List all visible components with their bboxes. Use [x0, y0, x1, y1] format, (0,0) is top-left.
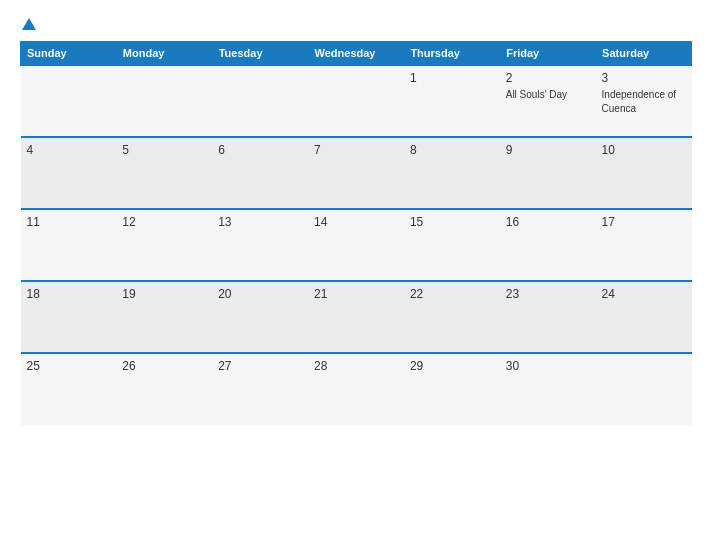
- day-number: 28: [314, 359, 398, 373]
- calendar-cell: 23: [500, 281, 596, 353]
- logo-triangle-icon: [22, 18, 36, 30]
- day-number: 22: [410, 287, 494, 301]
- calendar-cell: 14: [308, 209, 404, 281]
- calendar-cell: 24: [596, 281, 692, 353]
- day-number: 13: [218, 215, 302, 229]
- calendar-cell: [308, 65, 404, 137]
- day-number: 26: [122, 359, 206, 373]
- calendar-cell: 19: [116, 281, 212, 353]
- day-number: 15: [410, 215, 494, 229]
- event-label: Independence of Cuenca: [602, 89, 677, 114]
- calendar-cell: 13: [212, 209, 308, 281]
- col-header-wednesday: Wednesday: [308, 42, 404, 66]
- calendar-cell: 15: [404, 209, 500, 281]
- calendar-week-row: 12All Souls' Day3Independence of Cuenca: [21, 65, 692, 137]
- day-number: 27: [218, 359, 302, 373]
- calendar-week-row: 252627282930: [21, 353, 692, 425]
- day-number: 19: [122, 287, 206, 301]
- day-number: 21: [314, 287, 398, 301]
- calendar-cell: 4: [21, 137, 117, 209]
- calendar-cell: 21: [308, 281, 404, 353]
- col-header-sunday: Sunday: [21, 42, 117, 66]
- header: [20, 18, 692, 31]
- day-number: 25: [27, 359, 111, 373]
- day-number: 18: [27, 287, 111, 301]
- logo-blue-text: [20, 18, 36, 31]
- calendar-table: SundayMondayTuesdayWednesdayThursdayFrid…: [20, 41, 692, 425]
- day-number: 6: [218, 143, 302, 157]
- calendar-week-row: 18192021222324: [21, 281, 692, 353]
- calendar-cell: 7: [308, 137, 404, 209]
- day-number: 30: [506, 359, 590, 373]
- day-number: 10: [602, 143, 686, 157]
- calendar-cell: 26: [116, 353, 212, 425]
- day-number: 20: [218, 287, 302, 301]
- col-header-monday: Monday: [116, 42, 212, 66]
- calendar-cell: 20: [212, 281, 308, 353]
- day-number: 12: [122, 215, 206, 229]
- calendar-cell: 11: [21, 209, 117, 281]
- calendar-cell: 22: [404, 281, 500, 353]
- calendar-cell: [596, 353, 692, 425]
- calendar-cell: 3Independence of Cuenca: [596, 65, 692, 137]
- calendar-cell: 16: [500, 209, 596, 281]
- calendar-cell: 25: [21, 353, 117, 425]
- day-number: 23: [506, 287, 590, 301]
- col-header-friday: Friday: [500, 42, 596, 66]
- day-number: 8: [410, 143, 494, 157]
- calendar-cell: 28: [308, 353, 404, 425]
- col-header-tuesday: Tuesday: [212, 42, 308, 66]
- day-number: 7: [314, 143, 398, 157]
- calendar-header-row: SundayMondayTuesdayWednesdayThursdayFrid…: [21, 42, 692, 66]
- calendar-cell: 10: [596, 137, 692, 209]
- day-number: 17: [602, 215, 686, 229]
- calendar-cell: 2All Souls' Day: [500, 65, 596, 137]
- calendar-cell: 6: [212, 137, 308, 209]
- day-number: 5: [122, 143, 206, 157]
- calendar-cell: 18: [21, 281, 117, 353]
- calendar-cell: 27: [212, 353, 308, 425]
- calendar-cell: 30: [500, 353, 596, 425]
- calendar-cell: 1: [404, 65, 500, 137]
- day-number: 9: [506, 143, 590, 157]
- calendar-week-row: 45678910: [21, 137, 692, 209]
- day-number: 24: [602, 287, 686, 301]
- day-number: 14: [314, 215, 398, 229]
- calendar-cell: [116, 65, 212, 137]
- day-number: 16: [506, 215, 590, 229]
- day-number: 2: [506, 71, 590, 85]
- calendar-cell: 29: [404, 353, 500, 425]
- day-number: 29: [410, 359, 494, 373]
- calendar-page: SundayMondayTuesdayWednesdayThursdayFrid…: [0, 0, 712, 550]
- calendar-cell: 17: [596, 209, 692, 281]
- calendar-cell: 12: [116, 209, 212, 281]
- day-number: 11: [27, 215, 111, 229]
- day-number: 3: [602, 71, 686, 85]
- calendar-cell: [21, 65, 117, 137]
- calendar-cell: 8: [404, 137, 500, 209]
- col-header-thursday: Thursday: [404, 42, 500, 66]
- col-header-saturday: Saturday: [596, 42, 692, 66]
- logo: [20, 18, 36, 31]
- calendar-cell: 9: [500, 137, 596, 209]
- day-number: 4: [27, 143, 111, 157]
- event-label: All Souls' Day: [506, 89, 567, 100]
- calendar-week-row: 11121314151617: [21, 209, 692, 281]
- calendar-cell: [212, 65, 308, 137]
- day-number: 1: [410, 71, 494, 85]
- calendar-cell: 5: [116, 137, 212, 209]
